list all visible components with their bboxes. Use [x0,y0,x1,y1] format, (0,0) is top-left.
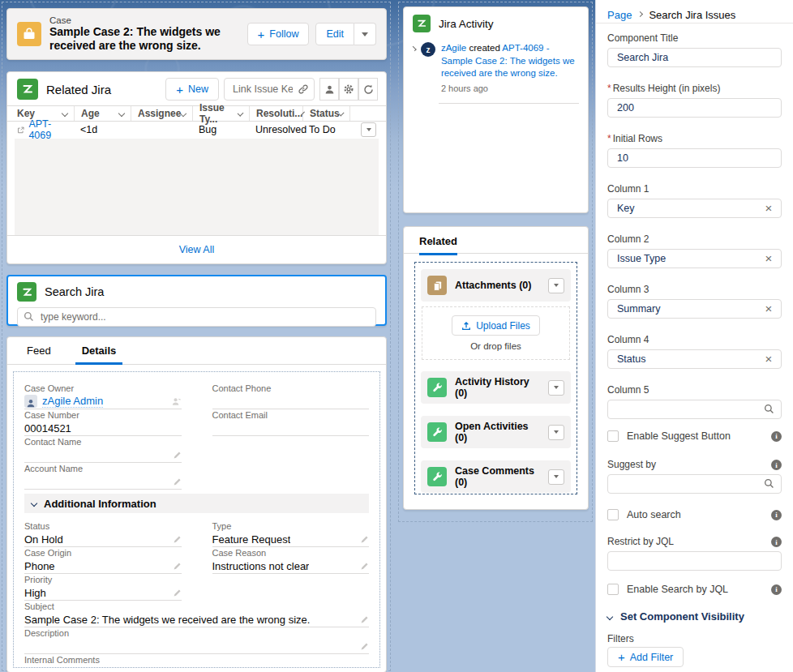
issue-key-link[interactable]: APT-4069 [28,118,67,141]
record-detail-card: Feed Details Case Owner zAgile Admin [6,336,387,672]
edit-pencil-icon[interactable] [360,535,369,544]
column3-group: Column 3 × [607,284,782,319]
auto-search-row: Auto search i [607,509,782,520]
tab-details[interactable]: Details [75,345,123,364]
upload-files-button[interactable]: Upload Files [452,315,540,336]
row-actions-button[interactable] [361,122,376,137]
case-owner-link[interactable]: zAgile Admin [42,395,103,408]
follow-button[interactable]: + Follow [247,23,310,45]
edit-pencil-icon[interactable] [360,615,369,624]
field-subject: Subject Sample Case 2: The widgets we re… [24,601,369,628]
search-icon[interactable] [762,477,775,490]
clear-icon[interactable]: × [762,251,775,264]
more-actions-button[interactable] [354,23,376,45]
search-keyword-input[interactable] [17,307,376,327]
related-jira-title: Related Jira [46,83,165,96]
wrench-icon [427,467,447,486]
chevron-down-icon [62,110,68,117]
zagile-icon [17,282,36,302]
collapse-button[interactable] [548,425,564,440]
edit-pencil-icon[interactable] [173,451,182,460]
results-height-input[interactable] [607,98,782,118]
collapse-button[interactable] [548,469,564,485]
component-title-input[interactable] [607,48,782,67]
chevron-down-icon [554,284,559,287]
field-account-name: Account Name [24,464,182,490]
tab-related[interactable]: Related [419,235,457,255]
edit-pencil-icon[interactable] [173,535,182,544]
search-jira-card-selected[interactable]: Search Jira [6,275,387,326]
restrict-jql-group: Restrict by JQL i [607,536,782,571]
enable-suggest-checkbox[interactable] [607,430,619,442]
column1-input[interactable] [607,199,782,218]
section-additional-information[interactable]: Additional Information [24,494,369,513]
column-header-issue-type[interactable]: Issue Ty... [192,106,249,121]
breadcrumb: Page Search Jira Issues [596,0,793,24]
info-icon[interactable]: i [771,460,782,470]
search-icon [24,311,34,322]
case-icon [17,22,41,46]
field-internal-comments: Internal Comments [24,655,369,668]
column-header-status[interactable]: Status [302,106,349,121]
clear-icon[interactable]: × [762,352,775,365]
column-header-resolution[interactable]: Resoluti... [249,106,302,121]
column4-input[interactable] [607,349,782,369]
edit-pencil-icon[interactable] [173,477,182,486]
settings-button[interactable] [339,78,358,101]
initial-rows-input[interactable] [607,148,782,168]
case-highlights-card: Case Sample Case 2: The widgets we recei… [6,8,387,60]
builder-region-main: Case Sample Case 2: The widgets we recei… [2,2,391,671]
field-case-owner: Case Owner zAgile Admin [24,383,182,410]
edit-button[interactable]: Edit [315,23,354,45]
link-icon[interactable] [298,83,309,95]
search-icon[interactable] [762,402,775,415]
chevron-right-icon[interactable] [411,46,416,51]
breadcrumb-page-link[interactable]: Page [607,9,632,21]
view-all-link[interactable]: View All [179,244,215,255]
set-component-visibility[interactable]: Set Component Visibility [607,610,744,623]
clear-icon[interactable]: × [762,302,775,315]
info-icon[interactable]: i [771,537,782,547]
collapse-button[interactable] [548,278,564,293]
external-link-icon [17,126,24,135]
open-activities-card: Open Activities (0) [421,416,571,448]
refresh-button[interactable] [358,78,378,101]
case-title: Sample Case 2: The widgets we received a… [49,25,247,54]
collapse-button[interactable] [548,380,564,396]
column2-input[interactable] [607,249,782,268]
add-filter-button[interactable]: + Add Filter [607,647,684,667]
info-icon[interactable]: i [771,510,782,520]
edit-pencil-icon[interactable] [360,642,369,651]
edit-pencil-icon[interactable] [173,562,182,571]
user-icon [324,84,335,95]
enable-search-jql-checkbox[interactable] [607,584,619,595]
field-case-reason: Case Reason Instructions not clear [212,548,370,575]
component-title-group: Component Title [607,32,782,67]
component-properties-panel: Page Search Jira Issues Component Title … [595,0,793,672]
file-dropzone[interactable]: Upload Files Or drop files [422,306,570,360]
column-header-age[interactable]: Age [74,106,131,121]
new-issue-button[interactable]: + New [165,78,219,101]
restrict-jql-input[interactable] [607,551,782,571]
chevron-down-icon [362,32,368,36]
column3-input[interactable] [607,299,782,319]
search-jira-title: Search Jira [45,285,104,298]
activity-timestamp: 2 hours ago [441,83,579,95]
actor-link[interactable]: zAgile [441,43,466,53]
edit-pencil-icon[interactable] [173,589,182,597]
chevron-down-icon [554,475,559,478]
column-header-assignee[interactable]: Assignee [131,106,192,121]
edit-pencil-icon[interactable] [360,562,369,571]
suggest-by-input[interactable] [607,474,782,494]
field-status: Status On Hold [24,521,182,548]
results-empty-area [15,139,379,235]
clear-icon[interactable]: × [762,201,775,214]
info-icon[interactable]: i [771,584,782,595]
info-icon[interactable]: i [771,431,782,442]
column5-input[interactable] [607,400,782,419]
change-owner-icon[interactable] [171,396,182,407]
assign-user-button[interactable] [319,78,339,101]
auto-search-checkbox[interactable] [607,509,619,520]
tab-feed[interactable]: Feed [20,345,58,364]
field-case-number: Case Number 00014521 [24,410,182,437]
